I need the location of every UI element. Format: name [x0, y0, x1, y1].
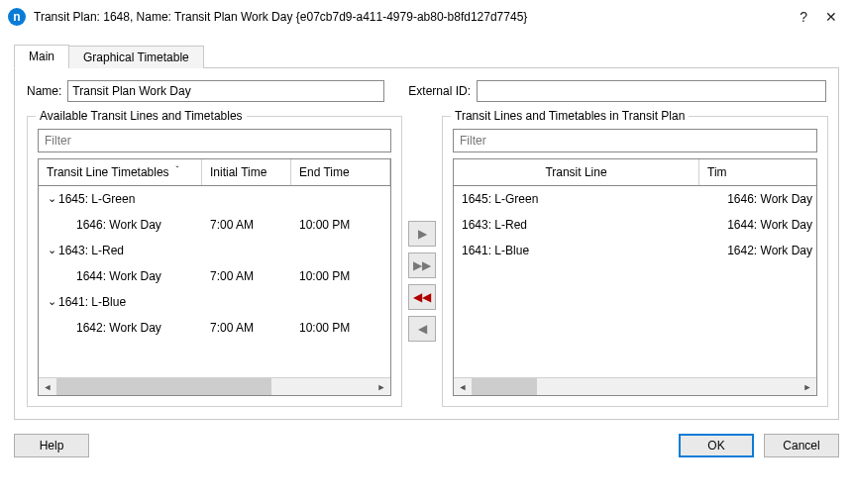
in-plan-horizontal-scrollbar[interactable]: ◄ ►	[454, 377, 816, 395]
transfer-buttons: ▶ ▶▶ ◀◀ ◀	[408, 116, 436, 407]
tree-row-timetable[interactable]: 1642: Work Day 7:00 AM 10:00 PM	[39, 315, 390, 341]
tab-content: Name: External ID: Available Transit Lin…	[14, 68, 839, 420]
available-grid: Transit Line Timetables ˇ Initial Time E…	[38, 158, 391, 396]
tree-row-timetable[interactable]: 1646: Work Day 7:00 AM 10:00 PM	[39, 212, 390, 238]
available-horizontal-scrollbar[interactable]: ◄ ►	[39, 377, 390, 395]
arrow-left-icon: ◀	[418, 322, 427, 336]
move-all-left-button[interactable]: ◀◀	[408, 284, 436, 310]
available-filter-input[interactable]	[38, 129, 391, 152]
name-input[interactable]	[67, 80, 384, 102]
table-row[interactable]: 1643: L-Red 1644: Work Day	[454, 212, 816, 238]
in-plan-legend: Transit Lines and Timetables in Transit …	[451, 109, 689, 123]
in-plan-panel: Transit Lines and Timetables in Transit …	[442, 116, 828, 407]
app-icon: n	[8, 8, 26, 26]
ok-button[interactable]: OK	[679, 434, 754, 457]
double-arrow-right-icon: ▶▶	[413, 258, 431, 272]
help-button[interactable]: Help	[14, 434, 89, 457]
close-icon[interactable]: ✕	[825, 9, 837, 25]
tree-row-line[interactable]: ⌄1645: L-Green	[39, 186, 390, 212]
available-grid-header: Transit Line Timetables ˇ Initial Time E…	[39, 159, 390, 186]
table-row[interactable]: 1641: L-Blue 1642: Work Day	[454, 238, 816, 263]
tree-row-line[interactable]: ⌄1643: L-Red	[39, 238, 390, 263]
dialog-footer: Help OK Cancel	[14, 434, 839, 457]
window-titlebar: n Transit Plan: 1648, Name: Transit Plan…	[0, 0, 853, 34]
in-plan-filter-input[interactable]	[453, 129, 817, 152]
tab-bar: Main Graphical Timetable	[14, 44, 839, 68]
window-title: Transit Plan: 1648, Name: Transit Plan W…	[34, 10, 800, 24]
tree-row-timetable[interactable]: 1644: Work Day 7:00 AM 10:00 PM	[39, 263, 390, 289]
available-lines-panel: Available Transit Lines and Timetables T…	[27, 116, 402, 407]
external-id-input[interactable]	[477, 80, 826, 102]
move-left-button[interactable]: ◀	[408, 316, 436, 342]
scroll-track[interactable]	[56, 378, 373, 395]
help-icon[interactable]: ?	[800, 9, 807, 25]
col-transit-line-timetables[interactable]: Transit Line Timetables ˇ	[39, 159, 202, 185]
chevron-down-icon[interactable]: ⌄	[47, 241, 56, 258]
col-initial-time[interactable]: Initial Time	[202, 159, 291, 185]
cancel-button[interactable]: Cancel	[764, 434, 839, 457]
tree-row-line[interactable]: ⌄1641: L-Blue	[39, 289, 390, 315]
scroll-left-icon[interactable]: ◄	[39, 378, 56, 395]
in-plan-grid: Transit Line Tim 1645: L-Green 1646: Wor…	[453, 158, 817, 396]
available-legend: Available Transit Lines and Timetables	[36, 109, 247, 123]
move-right-button[interactable]: ▶	[408, 221, 436, 247]
available-grid-body: ⌄1645: L-Green 1646: Work Day 7:00 AM 10…	[39, 186, 390, 377]
sort-chevron-icon: ˇ	[172, 164, 182, 174]
scroll-left-icon[interactable]: ◄	[454, 378, 472, 395]
double-arrow-left-icon: ◀◀	[413, 290, 431, 304]
tab-graphical-timetable[interactable]: Graphical Timetable	[68, 46, 204, 68]
chevron-down-icon[interactable]: ⌄	[47, 189, 56, 207]
tab-main[interactable]: Main	[14, 45, 69, 68]
in-plan-grid-body: 1645: L-Green 1646: Work Day 1643: L-Red…	[454, 186, 816, 377]
in-plan-grid-header: Transit Line Tim	[454, 159, 816, 186]
scroll-right-icon[interactable]: ►	[373, 378, 390, 395]
external-id-label: External ID:	[408, 84, 471, 98]
scroll-right-icon[interactable]: ►	[799, 378, 816, 395]
move-all-right-button[interactable]: ▶▶	[408, 252, 436, 278]
table-row[interactable]: 1645: L-Green 1646: Work Day	[454, 186, 816, 212]
arrow-right-icon: ▶	[418, 227, 427, 241]
col-transit-line[interactable]: Transit Line	[454, 159, 699, 185]
col-timetable[interactable]: Tim	[699, 159, 816, 185]
chevron-down-icon[interactable]: ⌄	[47, 292, 56, 310]
name-label: Name:	[27, 84, 61, 98]
col-end-time[interactable]: End Time	[291, 159, 390, 185]
scroll-track[interactable]	[472, 378, 799, 395]
